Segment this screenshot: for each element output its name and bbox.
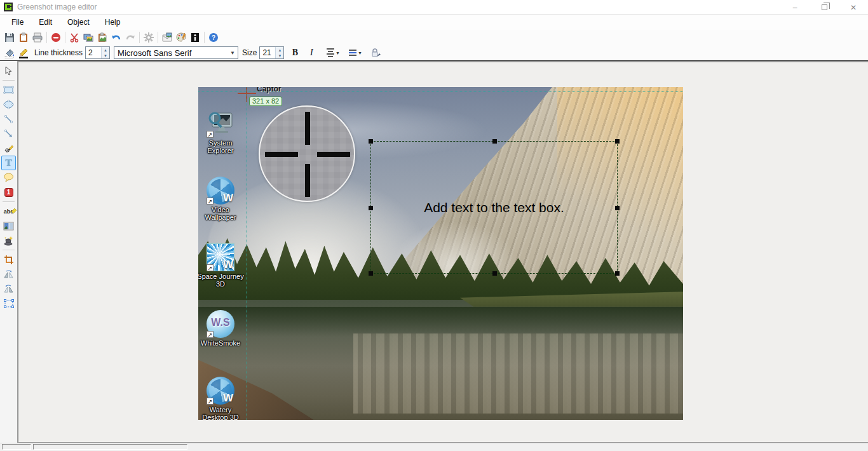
shadow-toggle-button[interactable] (369, 46, 383, 60)
tool-speechbubble[interactable] (1, 170, 16, 185)
undo-button[interactable] (109, 30, 123, 44)
format-toolbar: Line thickness 2 ▲ ▼ Microsoft Sans Seri… (0, 45, 868, 61)
copy-button[interactable] (81, 30, 95, 44)
settings-button[interactable] (142, 30, 156, 44)
cut-button[interactable] (67, 30, 81, 44)
copy-to-clipboard-button[interactable] (17, 30, 31, 44)
font-family-select[interactable]: Microsoft Sans Serif ▼ (114, 46, 238, 59)
paint-bucket-icon (4, 48, 15, 58)
font-size-stepper[interactable]: 21 ▲ ▼ (259, 46, 284, 59)
delete-button[interactable] (49, 30, 63, 44)
scissors-icon (69, 32, 79, 43)
stepper-down-icon[interactable]: ▼ (276, 53, 283, 58)
tool-rotate-ccw[interactable] (1, 281, 16, 296)
menu-file[interactable]: File (5, 16, 30, 29)
line-icon (4, 114, 13, 124)
desktop-icon-label: System Explorer (201, 139, 240, 154)
stepper-arrows[interactable]: ▲ ▼ (101, 47, 109, 58)
shortcut-arrow-icon: ↗ (207, 198, 214, 205)
desktop-icon-video-wallpaper: W ↗ Video Wallpaper (198, 177, 245, 221)
upload-button[interactable] (188, 30, 202, 44)
horizontal-alignment-button[interactable]: ▼ (323, 46, 342, 60)
text-box-annotation[interactable]: Add text to the text box. (370, 141, 618, 274)
tool-crop[interactable] (1, 252, 16, 267)
capture-app-label: Captor (257, 87, 281, 93)
size-label: Size (242, 48, 257, 57)
resize-handle-se[interactable] (615, 271, 620, 276)
stepper-arrows[interactable]: ▲ ▼ (275, 47, 283, 58)
paste-button[interactable] (95, 30, 109, 44)
loupe-crosshair-top (305, 112, 310, 145)
save-icon (4, 32, 15, 43)
stepper-up-icon[interactable]: ▲ (102, 47, 109, 53)
captured-image-canvas[interactable]: ↗ System Explorer W ↗ Video Wallpaper W … (198, 87, 683, 420)
resize-handle-s[interactable] (492, 271, 497, 276)
line-thickness-value[interactable]: 2 (86, 47, 101, 58)
desktop-icon-label: Watery Desktop 3D (200, 406, 241, 420)
line-color-button[interactable] (17, 46, 31, 60)
tool-rectangle[interactable] (1, 83, 16, 97)
resize-handle-ne[interactable] (615, 139, 620, 144)
tool-text[interactable]: T (1, 156, 16, 170)
resize-handle-nw[interactable] (369, 139, 373, 144)
toolbar-separator (46, 32, 47, 43)
tool-highlight[interactable]: abc (1, 204, 16, 219)
close-button[interactable]: ✕ (839, 0, 868, 15)
align-middle-icon (349, 50, 356, 56)
tool-counter[interactable]: 1 (1, 185, 16, 199)
tool-obfuscate[interactable] (1, 219, 16, 233)
help-button[interactable]: ? (207, 30, 220, 44)
email-button[interactable] (160, 30, 174, 44)
text-box-content[interactable]: Add text to the text box. (424, 200, 564, 215)
magnifier-loupe (259, 105, 355, 202)
print-button[interactable] (31, 30, 44, 44)
restore-button[interactable] (810, 0, 839, 15)
save-button[interactable] (3, 30, 17, 44)
stepper-down-icon[interactable]: ▼ (102, 53, 109, 58)
freehand-icon (4, 144, 14, 154)
menu-edit[interactable]: Edit (32, 16, 58, 29)
editor-workspace[interactable]: ↗ System Explorer W ↗ Video Wallpaper W … (17, 61, 868, 443)
capture-guide-vertical (247, 87, 247, 420)
minimize-button[interactable]: – (780, 0, 810, 15)
watery-desktop-icon: W ↗ (207, 377, 234, 405)
tool-resize[interactable] (1, 296, 16, 311)
loupe-crosshair-bottom (305, 164, 310, 197)
toolbar-separator (139, 32, 140, 43)
tool-rotate-cw[interactable] (1, 267, 16, 281)
minimize-icon: – (793, 3, 797, 12)
open-in-editor-button[interactable] (174, 30, 188, 44)
email-icon (162, 32, 172, 43)
resize-handle-sw[interactable] (369, 271, 373, 276)
toolbar-separator (158, 32, 158, 43)
arrow-icon (4, 129, 13, 138)
menu-object[interactable]: Object (61, 16, 96, 29)
vertical-alignment-button[interactable]: ▼ (345, 46, 365, 60)
space-journey-icon: W ↗ (207, 243, 234, 271)
tool-arrow[interactable] (1, 126, 16, 141)
toolbar-separator (65, 32, 65, 43)
rotate-ccw-icon (3, 285, 14, 293)
stepper-up-icon[interactable]: ▲ (276, 47, 283, 53)
tool-freehand[interactable] (1, 141, 16, 156)
tool-effects[interactable] (1, 233, 16, 248)
fill-color-button[interactable] (3, 46, 17, 60)
font-size-value[interactable]: 21 (260, 47, 275, 58)
menu-help[interactable]: Help (98, 16, 127, 29)
icon-letter: W (223, 192, 233, 205)
resize-handle-w[interactable] (369, 206, 373, 210)
tool-ellipse[interactable] (1, 97, 16, 112)
tool-pointer[interactable] (1, 64, 16, 78)
magic-wand-icon (3, 236, 14, 246)
bold-button[interactable]: B (288, 46, 302, 60)
italic-button[interactable]: I (304, 46, 318, 60)
resize-handle-n[interactable] (492, 139, 497, 144)
tool-line[interactable] (1, 112, 16, 126)
line-thickness-stepper[interactable]: 2 ▲ ▼ (85, 46, 110, 59)
redo-icon (125, 32, 135, 43)
redo-button[interactable] (123, 30, 137, 44)
copy-image-icon (83, 32, 93, 43)
desktop-icon-watery-desktop-3d: W ↗ Watery Desktop 3D (198, 377, 245, 420)
resize-handle-e[interactable] (615, 206, 620, 210)
icon-letters: W.S (207, 317, 234, 328)
